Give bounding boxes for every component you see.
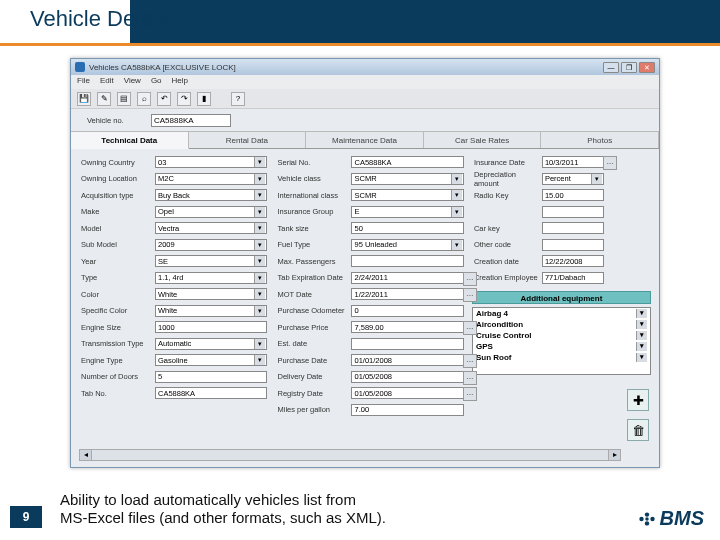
menu-help[interactable]: Help — [172, 76, 188, 88]
close-button[interactable]: ✕ — [639, 62, 655, 73]
equipment-item[interactable]: GPS — [473, 341, 650, 352]
col1-label: Tab No. — [79, 389, 155, 398]
col2-label: Vehicle class — [275, 174, 351, 183]
col3-field[interactable]: Percent — [542, 173, 604, 185]
col1-label: Sub Model — [79, 240, 155, 249]
col1-field[interactable]: White — [155, 288, 267, 300]
equipment-item[interactable]: Aircondition — [473, 319, 650, 330]
col2-field[interactable]: 2/24/2011 — [351, 272, 463, 284]
col2-field[interactable]: 1/22/2011 — [351, 288, 463, 300]
svg-point-4 — [645, 517, 649, 521]
col2-label: Miles per gallon — [275, 405, 351, 414]
back-icon[interactable]: ↶ — [157, 92, 171, 106]
svg-point-0 — [639, 516, 643, 520]
col2-field[interactable]: SCMR — [351, 173, 463, 185]
col2-label: Tank size — [275, 224, 351, 233]
col1-label: Owning Location — [79, 174, 155, 183]
col1-label: Make — [79, 207, 155, 216]
tab-rental-data[interactable]: Rental Data — [189, 132, 307, 148]
col3-label: Car key — [472, 224, 542, 233]
col3-field[interactable] — [542, 206, 604, 218]
equipment-item[interactable]: Cruise Control — [473, 330, 650, 341]
col2-field[interactable]: 95 Unleaded — [351, 239, 463, 251]
col2-field[interactable]: 01/05/2008 — [351, 371, 463, 383]
col1-label: Specific Color — [79, 306, 155, 315]
menu-go[interactable]: Go — [151, 76, 162, 88]
col2-field[interactable]: E — [351, 206, 463, 218]
col1-field[interactable]: Gasoline — [155, 354, 267, 366]
col2-field[interactable]: 0 — [351, 305, 463, 317]
col1-label: Owning Country — [79, 158, 155, 167]
col2-field[interactable]: 01/05/2008 — [351, 387, 463, 399]
col1-field[interactable]: M2C — [155, 173, 267, 185]
col1-label: Color — [79, 290, 155, 299]
menu-view[interactable]: View — [124, 76, 141, 88]
col1-field[interactable]: 5 — [155, 371, 267, 383]
col2-field[interactable] — [351, 255, 463, 267]
col2-label: Est. date — [275, 339, 351, 348]
col1-field[interactable]: 1.1, 4rd — [155, 272, 267, 284]
scroll-right-icon[interactable]: ▸ — [608, 450, 620, 460]
find-icon[interactable]: ⌕ — [137, 92, 151, 106]
col3-field[interactable]: 12/22/2008 — [542, 255, 604, 267]
col3-field[interactable]: 10/3/2011 — [542, 156, 604, 168]
svg-point-1 — [644, 512, 648, 516]
doc-icon[interactable]: ▤ — [117, 92, 131, 106]
col1-field[interactable]: White — [155, 305, 267, 317]
scroll-left-icon[interactable]: ◂ — [80, 450, 92, 460]
vehicle-window: Vehicles CA588bKA [EXCLUSIVE LOCK] — ❐ ✕… — [70, 58, 660, 468]
col2-label: Max. Passengers — [275, 257, 351, 266]
col3-field[interactable] — [542, 222, 604, 234]
menu-file[interactable]: File — [77, 76, 90, 88]
chart-icon[interactable]: ▮ — [197, 92, 211, 106]
col1-field[interactable]: 2009 — [155, 239, 267, 251]
col1-field[interactable]: 03 — [155, 156, 267, 168]
maximize-button[interactable]: ❐ — [621, 62, 637, 73]
tab-car-sale-rates[interactable]: Car Sale Rates — [424, 132, 542, 148]
col2-label: Delivery Date — [275, 372, 351, 381]
col3-field[interactable]: 15.00 — [542, 189, 604, 201]
col2-field[interactable]: 7,589.00 — [351, 321, 463, 333]
vehicle-no-input[interactable] — [151, 114, 231, 127]
col2-field[interactable]: CA5888KA — [351, 156, 463, 168]
col1-field[interactable]: Buy Back — [155, 189, 267, 201]
col1-field[interactable]: Vectra — [155, 222, 267, 234]
col3-field[interactable]: 771/Dabach — [542, 272, 604, 284]
col2-field[interactable]: 50 — [351, 222, 463, 234]
col2-label: Serial No. — [275, 158, 351, 167]
equipment-item[interactable]: Sun Roof — [473, 352, 650, 363]
help-icon[interactable]: ? — [231, 92, 245, 106]
tab-technical-data[interactable]: Technical Data — [71, 132, 189, 149]
menu-bar: File Edit View Go Help — [71, 75, 659, 89]
save-icon[interactable]: 💾 — [77, 92, 91, 106]
new-icon[interactable]: ✎ — [97, 92, 111, 106]
col1-label: Number of Doors — [79, 372, 155, 381]
tab-photos[interactable]: Photos — [541, 132, 659, 148]
fwd-icon[interactable]: ↷ — [177, 92, 191, 106]
col2-field[interactable]: 01/01/2008 — [351, 354, 463, 366]
menu-edit[interactable]: Edit — [100, 76, 114, 88]
col3-label: Other code — [472, 240, 542, 249]
col1-field[interactable]: Automatic — [155, 338, 267, 350]
equipment-item[interactable]: Airbag 4 — [473, 308, 650, 319]
col1-field[interactable]: CA5888KA — [155, 387, 267, 399]
col1-field[interactable]: SE — [155, 255, 267, 267]
col3-label: Radio Key — [472, 191, 542, 200]
col2-field[interactable]: 7.00 — [351, 404, 463, 416]
minimize-button[interactable]: — — [603, 62, 619, 73]
col1-field[interactable]: 1000 — [155, 321, 267, 333]
col2-label: International class — [275, 191, 351, 200]
col2-label: Tab Expiration Date — [275, 273, 351, 282]
h-scrollbar[interactable]: ◂ ▸ — [79, 449, 621, 461]
add-equipment-button[interactable]: ✚ — [627, 389, 649, 411]
col1-field[interactable]: Opel — [155, 206, 267, 218]
col2-field[interactable]: SCMR — [351, 189, 463, 201]
delete-equipment-button[interactable]: 🗑 — [627, 419, 649, 441]
col2-field[interactable] — [351, 338, 463, 350]
equipment-list[interactable]: Airbag 4AirconditionCruise ControlGPSSun… — [472, 307, 651, 375]
col1-label: Model — [79, 224, 155, 233]
col3-field[interactable] — [542, 239, 604, 251]
col1-label: Year — [79, 257, 155, 266]
tab-maintenance-data[interactable]: Maintenance Data — [306, 132, 424, 148]
col1-label: Engine Type — [79, 356, 155, 365]
